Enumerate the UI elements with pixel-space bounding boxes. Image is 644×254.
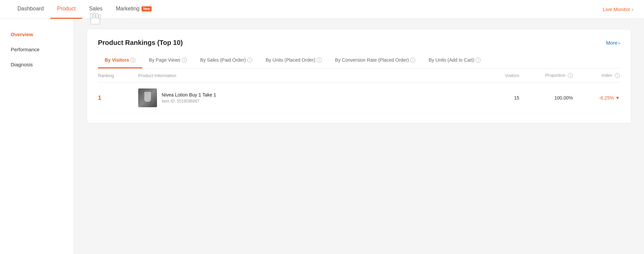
product-details: Nivea Lotion Buy 1 Take 1 Item ID: 55195…	[162, 92, 216, 104]
col-header-product: Product Information	[138, 73, 479, 78]
tab-by-conversion-rate[interactable]: By Conversion Rate (Placed Order) i	[328, 53, 422, 68]
nav-dashboard[interactable]: Dashboard	[11, 0, 50, 19]
card-title: Product Rankings (Top 10)	[98, 39, 183, 47]
visitors-cell: 15	[479, 95, 519, 101]
col-header-proportion: Proportion i	[519, 73, 573, 78]
info-icon-sales[interactable]: i	[247, 58, 252, 63]
nav-marketing[interactable]: Marketing New	[109, 0, 158, 19]
col-header-index: Index i	[573, 73, 620, 78]
col-header-ranking: Ranking	[98, 73, 138, 78]
ranking-tabs: By Visitors i By Page Views i By Sales (…	[98, 53, 620, 69]
product-cell: Nivea Lotion Buy 1 Take 1 Item ID: 55195…	[138, 88, 479, 107]
rank-cell: 1	[98, 94, 138, 102]
sidebar: Overview Performance Diagnosis	[0, 19, 74, 254]
info-icon-page-views[interactable]: i	[182, 58, 187, 63]
more-link[interactable]: More ›	[606, 40, 620, 46]
page-layout: Overview Performance Diagnosis Product R…	[0, 19, 644, 254]
info-icon-proportion[interactable]: i	[568, 73, 573, 78]
sidebar-item-diagnosis[interactable]: Diagnosis	[0, 57, 73, 72]
product-name: Nivea Lotion Buy 1 Take 1	[162, 92, 216, 98]
down-arrow-icon: ▼	[615, 95, 620, 101]
tab-by-page-views[interactable]: By Page Views i	[142, 53, 194, 68]
new-badge: New	[142, 6, 152, 11]
tab-by-sales[interactable]: By Sales (Paid Order) i	[194, 53, 259, 68]
info-icon-visitors[interactable]: i	[130, 58, 136, 63]
table-header: Ranking Product Information Visitors Pro…	[98, 69, 620, 82]
tab-by-units-cart[interactable]: By Units (Add to Cart) i	[422, 53, 487, 68]
tab-by-units-placed[interactable]: By Units (Placed Order) i	[259, 53, 328, 68]
index-cell: -6.25% ▼	[573, 95, 620, 101]
col-header-visitors: Visitors	[479, 73, 519, 78]
top-navigation: Dashboard Product Sales Marketing New Li…	[0, 0, 644, 19]
product-rankings-card: Product Rankings (Top 10) More › By Visi…	[87, 29, 631, 123]
info-icon-index[interactable]: i	[615, 73, 620, 78]
tab-by-visitors[interactable]: By Visitors i	[98, 53, 142, 68]
main-content: Product Rankings (Top 10) More › By Visi…	[74, 19, 644, 254]
product-info: Nivea Lotion Buy 1 Take 1 Item ID: 55195…	[138, 88, 479, 107]
sidebar-item-overview[interactable]: Overview	[0, 27, 73, 42]
info-icon-units-cart[interactable]: i	[476, 58, 481, 63]
rankings-table: Ranking Product Information Visitors Pro…	[98, 69, 620, 114]
info-icon-conversion-rate[interactable]: i	[410, 58, 415, 63]
nav-sales[interactable]: Sales	[82, 0, 109, 19]
card-header: Product Rankings (Top 10) More ›	[98, 39, 620, 47]
info-icon-units-placed[interactable]: i	[317, 58, 322, 63]
product-item-id: Item ID: 5519596887	[162, 99, 216, 104]
product-image	[138, 88, 157, 107]
sidebar-item-performance[interactable]: Performance	[0, 42, 73, 57]
table-row: 1 Nivea Lotion Buy 1 Take 1 Item ID: 551…	[98, 82, 620, 114]
live-monitor-link[interactable]: Live Monitor ›	[603, 6, 633, 12]
nav-product[interactable]: Product	[50, 0, 82, 19]
index-value: -6.25% ▼	[573, 95, 620, 101]
proportion-cell: 100.00%	[519, 95, 573, 101]
